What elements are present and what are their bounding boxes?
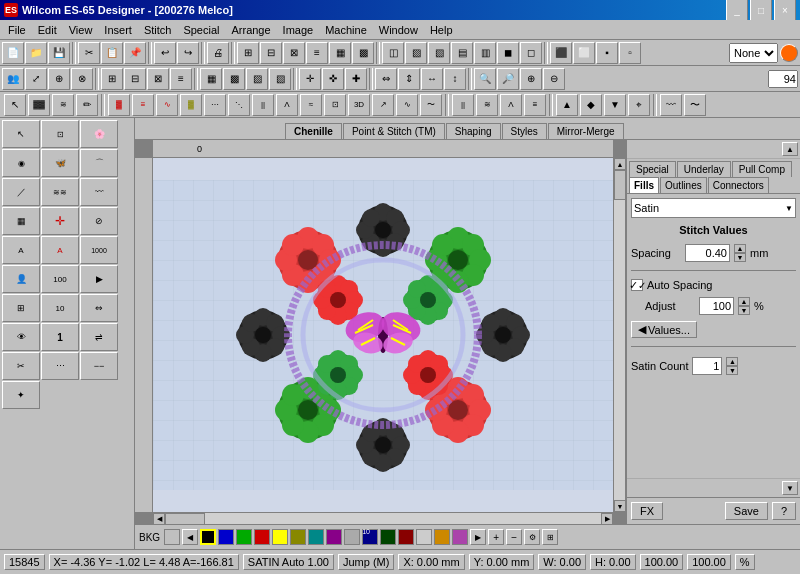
tb2-7[interactable]: ⊠	[147, 68, 169, 90]
tb-6[interactable]: ⊠	[283, 42, 305, 64]
tool-grid[interactable]: ⊞	[2, 294, 40, 322]
scroll-thumb-h[interactable]	[165, 513, 205, 524]
stitch-t9[interactable]: ⋱	[228, 94, 250, 116]
color-9[interactable]	[344, 529, 360, 545]
tool-select2[interactable]: ⊡	[41, 120, 79, 148]
tb-20[interactable]: ▫	[619, 42, 641, 64]
tab-chenille[interactable]: Chenille	[285, 123, 342, 139]
color-10[interactable]	[362, 529, 378, 545]
close-button[interactable]: ×	[774, 0, 796, 21]
color-5[interactable]	[272, 529, 288, 545]
color-8[interactable]	[326, 529, 342, 545]
menu-machine[interactable]: Machine	[319, 22, 373, 38]
tab-styles[interactable]: Styles	[502, 123, 547, 139]
tb2-13[interactable]: ✛	[299, 68, 321, 90]
adjust-spinner[interactable]: ▲ ▼	[738, 297, 750, 315]
panel-scroll-down[interactable]: ▼	[782, 481, 798, 495]
tool-scissors[interactable]: ✂	[2, 352, 40, 380]
color-15[interactable]	[452, 529, 468, 545]
new-button[interactable]: 📄	[2, 42, 24, 64]
vertical-scrollbar[interactable]: ▲ ▼	[613, 158, 625, 512]
tool-arc[interactable]: ⌒	[80, 149, 118, 177]
stitch-t2[interactable]: ≋	[52, 94, 74, 116]
minimize-button[interactable]: _	[726, 0, 748, 21]
tool-dots[interactable]: ⋯	[41, 352, 79, 380]
tb2-12[interactable]: ▧	[269, 68, 291, 90]
tab-shaping[interactable]: Shaping	[446, 123, 501, 139]
tb-12[interactable]: ▧	[428, 42, 450, 64]
tab-pull-comp[interactable]: Pull Comp	[732, 161, 792, 177]
tool-wave[interactable]: 〰	[80, 178, 118, 206]
values-button[interactable]: ◀ Values...	[631, 321, 697, 338]
tb2-10[interactable]: ▩	[223, 68, 245, 90]
add-color-button[interactable]: +	[488, 529, 504, 545]
tb2-11[interactable]: ▨	[246, 68, 268, 90]
open-button[interactable]: 📁	[25, 42, 47, 64]
stitch-t6[interactable]: ∿	[156, 94, 178, 116]
stitch-t25[interactable]: ⌖	[628, 94, 650, 116]
tb-4[interactable]: ⊞	[237, 42, 259, 64]
print-button[interactable]: 🖨	[207, 42, 229, 64]
zoom-in-button[interactable]: 🔍	[474, 68, 496, 90]
menu-special[interactable]: Special	[177, 22, 225, 38]
tool-line[interactable]: ／	[2, 178, 40, 206]
color-settings-button[interactable]: ⚙	[524, 529, 540, 545]
spacing-spinner[interactable]: ▲ ▼	[734, 244, 746, 262]
tb2-22[interactable]: ⊕	[520, 68, 542, 90]
horizontal-scrollbar[interactable]: ◀ ▶	[153, 512, 613, 524]
scroll-thumb-v[interactable]	[614, 170, 625, 200]
zoom-input[interactable]	[768, 70, 798, 88]
stitch-t1[interactable]: ▓▓	[28, 94, 50, 116]
menu-insert[interactable]: Insert	[98, 22, 138, 38]
tb-9[interactable]: ▩	[352, 42, 374, 64]
menu-file[interactable]: File	[2, 22, 32, 38]
tab-outlines[interactable]: Outlines	[660, 177, 707, 193]
stitch-t18[interactable]: ||	[452, 94, 474, 116]
tool-10[interactable]: 10	[41, 294, 79, 322]
save-toolbar-button[interactable]: 💾	[48, 42, 70, 64]
tab-special[interactable]: Special	[629, 161, 676, 177]
stitch-t27[interactable]: 〜	[684, 94, 706, 116]
fx-button[interactable]: FX	[631, 502, 663, 520]
stitch-t14[interactable]: 3D	[348, 94, 370, 116]
tb-10[interactable]: ◫	[382, 42, 404, 64]
tb-7[interactable]: ≡	[306, 42, 328, 64]
satin-count-input[interactable]	[692, 357, 722, 375]
scroll-up-button[interactable]: ▲	[614, 158, 625, 170]
tb-5[interactable]: ⊟	[260, 42, 282, 64]
tb2-1[interactable]: 👥	[2, 68, 24, 90]
tab-mirror-merge[interactable]: Mirror-Merge	[548, 123, 624, 139]
menu-window[interactable]: Window	[373, 22, 424, 38]
color-13[interactable]	[416, 529, 432, 545]
adjust-up[interactable]: ▲	[738, 297, 750, 306]
color-12[interactable]	[398, 529, 414, 545]
tb2-17[interactable]: ⇕	[398, 68, 420, 90]
undo-button[interactable]: ↩	[154, 42, 176, 64]
stitch-t10[interactable]: ||	[252, 94, 274, 116]
tool-emblem[interactable]: A	[2, 236, 40, 264]
tb-11[interactable]: ▨	[405, 42, 427, 64]
remove-color-button[interactable]: −	[506, 529, 522, 545]
color-7[interactable]	[308, 529, 324, 545]
stitch-t21[interactable]: ≡	[524, 94, 546, 116]
spacing-up[interactable]: ▲	[734, 244, 746, 253]
tool-eye[interactable]: 👁	[2, 323, 40, 351]
tb-17[interactable]: ⬛	[550, 42, 572, 64]
adjust-input[interactable]	[699, 297, 734, 315]
color-14[interactable]	[434, 529, 450, 545]
spacing-input[interactable]	[685, 244, 730, 262]
auto-spacing-checkbox[interactable]: ✓	[631, 279, 643, 291]
tool-stitchline[interactable]: ≋≋	[41, 178, 79, 206]
cut-button[interactable]: ✂	[78, 42, 100, 64]
stitch-t11[interactable]: Λ	[276, 94, 298, 116]
stitch-t3[interactable]: ✏	[76, 94, 98, 116]
tb-18[interactable]: ⬜	[573, 42, 595, 64]
tool-text[interactable]: A	[41, 236, 79, 264]
tool-harpoon[interactable]: ⇌	[80, 323, 118, 351]
tb2-2[interactable]: ⤢	[25, 68, 47, 90]
menu-edit[interactable]: Edit	[32, 22, 63, 38]
tool-1[interactable]: 1	[41, 323, 79, 351]
color-indicator[interactable]	[780, 44, 798, 62]
scroll-right-button[interactable]: ▶	[601, 513, 613, 524]
menu-image[interactable]: Image	[277, 22, 320, 38]
